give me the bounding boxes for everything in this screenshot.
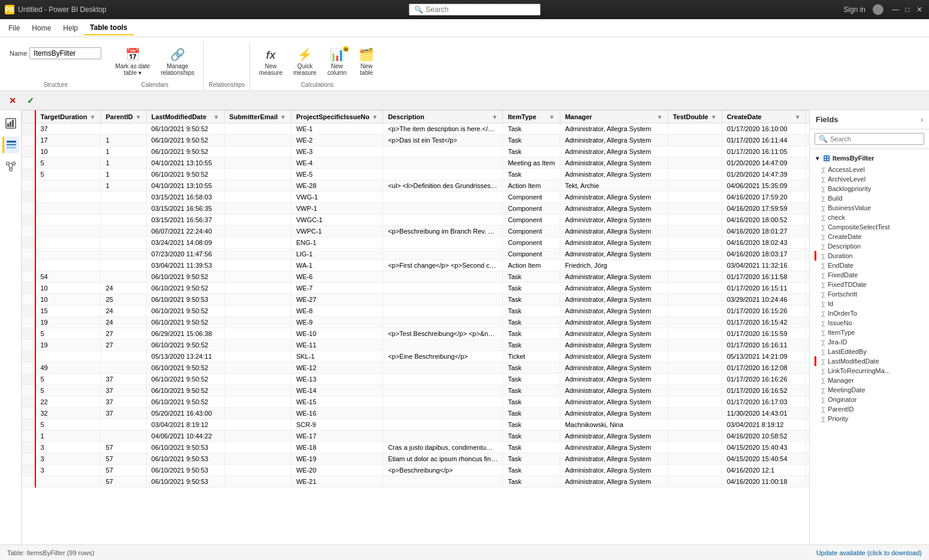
field-list-item[interactable]: ∑CompositeSelectTest [815,222,924,232]
field-list-item[interactable]: ∑IssueNo [815,318,924,328]
field-list-item[interactable]: ∑CreateDate [815,232,924,241]
field-list-item[interactable]: ∑EndDate [815,261,924,270]
col-header-ItemType[interactable]: ItemType▼ [503,111,560,123]
table-cell: 5 [35,374,101,385]
data-grid-container[interactable]: TargetDuration▼ ParentID▼ LastModifiedDa… [22,110,809,544]
search-icon: 🔍 [414,5,423,14]
manage-relationships-button[interactable]: 🔗 Managerelationships [156,44,198,79]
field-list-item[interactable]: ∑Jira-ID [815,337,924,347]
svg-point-7 [6,162,9,165]
col-header-TestDouble[interactable]: TestDouble▼ [668,111,722,123]
cancel-button[interactable]: ✕ [5,94,20,107]
table-cell [35,214,101,226]
svg-rect-4 [7,141,16,143]
field-list-item[interactable]: ∑LastEditedBy [815,347,924,356]
col-header-LastModifiedDate[interactable]: LastModifiedDate▼ [146,111,224,123]
field-list-item[interactable]: ∑FixedTDDate [815,280,924,289]
table-cell: 37 [101,396,146,408]
new-measure-button[interactable]: fx Newmeasure [255,46,286,79]
menu-home[interactable]: Home [26,22,57,35]
table-cell: Component [503,192,560,203]
filter-icon-SubmitterEmail[interactable]: ▼ [280,114,286,120]
fields-search-box[interactable]: 🔍 [815,133,924,145]
field-list-item[interactable]: ∑Duration [815,251,924,261]
field-list-item[interactable]: ∑Fortschritt [815,289,924,299]
col-header-ProjectSpecificIssueNo[interactable]: ProjectSpecificIssueNo▼ [291,111,383,123]
confirm-button[interactable]: ✓ [23,94,38,107]
update-available[interactable]: Update available (click to download) [816,549,922,556]
sign-in-label[interactable]: Sign in [843,5,865,14]
sidebar-model-icon[interactable] [2,158,19,175]
sidebar-reports-icon[interactable] [2,115,19,132]
table-cell [224,180,291,192]
mark-as-date-button[interactable]: 📅 Mark as datetable ▾ [111,44,154,79]
sidebar-data-icon[interactable] [2,137,19,153]
close-button[interactable]: ✕ [915,5,924,14]
col-header-Description[interactable]: Description▼ [383,111,503,123]
table-cell: 04/16/2020 10:58:52 [722,431,806,442]
col-header-ParentID[interactable]: ParentID▼ [101,111,146,123]
field-list-item[interactable]: ∑MeetingDate [815,385,924,395]
filter-icon-CreateDate[interactable]: ▼ [795,114,801,120]
row-number-cell [22,158,35,169]
table-name-input[interactable]: ItemsByFilter [29,47,101,59]
field-list-item[interactable]: ∑BusinessValue [815,203,924,213]
col-header-StartDat[interactable]: StartDat▼ [806,111,809,123]
fields-table-name[interactable]: ▼ ⊞ ItemsByFilter [815,152,924,165]
title-search-box[interactable]: 🔍 [409,4,541,16]
table-row: 323705/20/2021 16:43:00WE-16TaskAdminist… [22,408,810,419]
field-list-item[interactable]: ∑Description [815,241,924,251]
table-cell: WE-3 [291,146,383,158]
row-number-cell [22,442,35,453]
field-list-item[interactable]: ∑LastModifiedDate [815,356,924,366]
minimize-button[interactable]: — [891,5,900,14]
field-list-item[interactable]: ∑Id [815,299,924,308]
filter-icon-Description[interactable]: ▼ [491,114,497,120]
menu-file[interactable]: File [2,22,26,35]
field-type-icon: ∑ [821,167,825,173]
table-cell [35,192,101,203]
col-header-TargetDuration[interactable]: TargetDuration▼ [35,111,101,123]
table-cell [383,408,503,419]
filter-icon-ItemType[interactable]: ▼ [549,114,555,120]
field-list-item[interactable]: ∑ItemType [815,328,924,337]
filter-icon-ParentID[interactable]: ▼ [135,114,141,120]
table-cell: Task [503,340,560,351]
new-table-button[interactable]: 🗂️ Newtable [353,44,379,79]
fields-chevron-icon[interactable]: › [921,116,923,124]
field-list-item[interactable]: ∑Manager [815,376,924,385]
fields-search-input[interactable] [830,135,908,143]
quick-measure-button[interactable]: ⚡ Quickmeasure [289,44,321,79]
filter-icon-TargetDuration[interactable]: ▼ [90,114,96,120]
col-header-CreateDate[interactable]: CreateDate▼ [722,111,806,123]
table-cell: WE-15 [291,396,383,408]
col-header-Manager[interactable]: Manager▼ [560,111,668,123]
maximize-button[interactable]: □ [903,5,912,14]
field-list-item[interactable]: ∑InOrderTo [815,308,924,318]
menu-table-tools[interactable]: Table tools [84,21,133,35]
col-header-SubmitterEmail[interactable]: SubmitterEmail▼ [224,111,291,123]
table-cell [383,146,503,158]
field-list-item[interactable]: ∑LinkToRecurringMa... [815,366,924,376]
filter-icon-LastModifiedDate[interactable]: ▼ [213,114,219,120]
new-column-button[interactable]: 📊 Newcolumn N [323,44,351,79]
field-list-item[interactable]: ∑AccessLevel [815,165,924,174]
table-cell: WE-20 [291,465,383,476]
field-list-item[interactable]: ∑ParentID [815,404,924,414]
field-list-item[interactable]: ∑Backlogpriority [815,184,924,193]
field-list-item[interactable]: ∑Originator [815,395,924,404]
menu-help[interactable]: Help [57,22,84,35]
filter-icon-TestDouble[interactable]: ▼ [711,114,717,120]
table-cell [668,214,722,226]
filter-icon-ProjectSpecificIssueNo[interactable]: ▼ [372,114,378,120]
field-list-item[interactable]: ∑Priority [815,414,924,423]
field-list-item[interactable]: ∑ArchiveLevel [815,174,924,184]
field-name: Jira-ID [828,338,847,346]
title-search-input[interactable] [426,5,533,14]
field-list-item[interactable]: ∑check [815,213,924,222]
table-cell: Task [503,123,560,135]
field-list-item[interactable]: ∑FixedDate [815,270,924,280]
table-cell: 01/20/2020 14:47:39 [722,169,806,180]
field-list-item[interactable]: ∑Build [815,193,924,203]
filter-icon-Manager[interactable]: ▼ [657,114,663,120]
